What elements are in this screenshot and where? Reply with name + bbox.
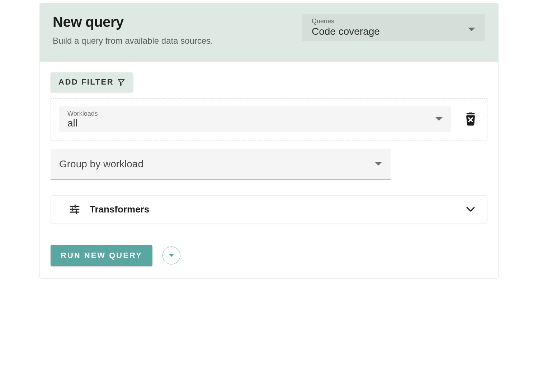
workloads-select-label: Workloads <box>67 110 445 118</box>
query-builder-card: New query Build a query from available d… <box>39 3 499 279</box>
queries-select-value: Code coverage <box>312 26 480 37</box>
chevron-down-icon <box>468 28 475 32</box>
groupby-row: Group by workload <box>51 149 391 180</box>
delete-filter-button[interactable] <box>462 111 479 128</box>
transformers-panel[interactable]: Transformers <box>51 195 487 223</box>
workloads-select-value: all <box>67 118 445 129</box>
caret-down-icon <box>169 254 174 257</box>
filter-icon <box>117 78 125 86</box>
page-title: New query <box>53 14 288 30</box>
add-filter-label: ADD FILTER <box>58 77 114 87</box>
card-header: New query Build a query from available d… <box>40 3 498 62</box>
groupby-select[interactable]: Group by workload <box>51 149 391 180</box>
groupby-select-value: Group by workload <box>59 158 382 170</box>
card-body: ADD FILTER Workloads all <box>40 62 498 278</box>
queries-select-label: Queries <box>312 18 480 25</box>
chevron-down-icon <box>466 207 475 212</box>
queries-select[interactable]: Queries Code coverage <box>302 14 485 41</box>
run-new-query-button[interactable]: RUN NEW QUERY <box>51 245 152 266</box>
footer-row: RUN NEW QUERY <box>51 245 487 266</box>
run-dropdown-button[interactable] <box>162 247 180 264</box>
add-filter-button[interactable]: ADD FILTER <box>51 72 133 92</box>
page-subtitle: Build a query from available data source… <box>53 36 288 46</box>
workloads-select[interactable]: Workloads all <box>59 106 451 132</box>
transformers-label: Transformers <box>90 204 149 215</box>
filter-row: Workloads all <box>51 98 487 140</box>
svg-rect-1 <box>469 113 472 113</box>
trash-icon <box>464 113 477 126</box>
chevron-down-icon <box>375 162 382 166</box>
chevron-down-icon <box>435 117 443 121</box>
tune-icon <box>69 204 80 215</box>
header-text-block: New query Build a query from available d… <box>53 14 288 46</box>
run-new-query-label: RUN NEW QUERY <box>61 251 142 260</box>
